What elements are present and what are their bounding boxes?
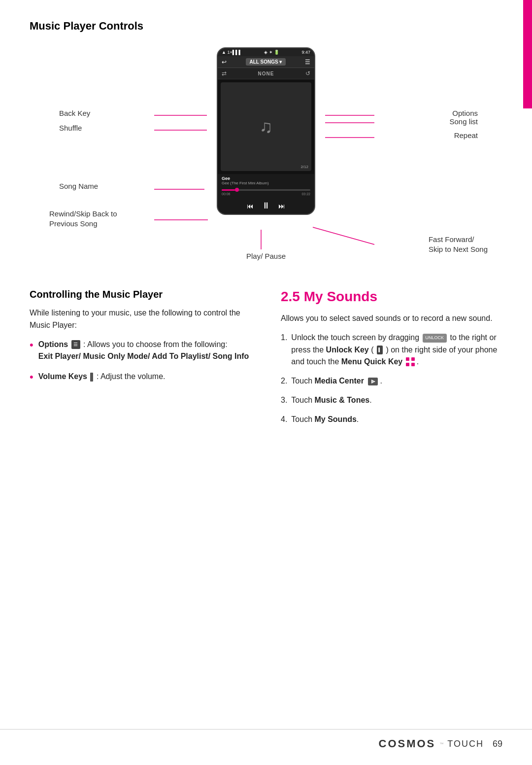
phone-time-end: 03:22 [301, 192, 310, 196]
label-rewind-line2: Previous Song [49, 219, 98, 228]
phone-controls: ⏮ ⏸ ⏭ [218, 198, 314, 214]
phone-progress: 00:06 03:22 [218, 187, 314, 198]
step-4-text: Touch My Sounds. [291, 414, 359, 426]
menu-dot-3 [406, 363, 409, 366]
options-icon: ☰ [71, 340, 80, 349]
svg-point-11 [372, 381, 374, 382]
phone-progress-bar [222, 189, 310, 191]
two-col-section: Controlling the Music Player While liste… [30, 289, 502, 433]
my-sounds-label: My Sounds [314, 415, 356, 423]
phone-repeat-icon: ↺ [305, 70, 310, 77]
media-center-icon [367, 376, 379, 387]
volume-text-after: : Adjust the volume. [97, 372, 166, 381]
unlock-key-icon: ▌ [377, 346, 383, 354]
phone-mockup: ▲ 1×▌▌▌ ◈ ✶ 🔋 9:47 ↩ ALL SONGS ▾ ☰ ⇄ NON… [217, 47, 315, 215]
phone-top-bar: ↩ ALL SONGS ▾ ☰ [218, 56, 314, 68]
phone-status-icons: ◈ ✶ 🔋 [264, 50, 279, 55]
options-text-before: : Allows you to choose from the followin… [83, 340, 228, 348]
label-song-name: Song Name [59, 182, 98, 190]
step-3-text: Touch Music & Tones. [291, 394, 371, 407]
step-2: 2. Touch Media Center . [281, 375, 502, 387]
phone-progress-fill [222, 189, 235, 191]
phone-title: ALL SONGS ▾ [246, 58, 286, 66]
my-sounds-intro: Allows you to select saved sounds or to … [281, 313, 502, 325]
phone-shuffle-icon: ⇄ [222, 70, 227, 77]
menu-dot-4 [411, 363, 415, 366]
unlock-btn-inline: UNLOCK [423, 334, 447, 343]
phone-song-info: Gee Gee (The First Mini Album) [218, 174, 314, 187]
step-1-text: Unlock the touch screen by dragging UNLO… [291, 332, 502, 368]
music-tones-label: Music & Tones [314, 396, 369, 404]
phone-song-album: Gee (The First Mini Album) [222, 181, 310, 185]
phone-play-btn: ⏸ [262, 201, 270, 211]
phone-options-icon: ☰ [305, 59, 310, 66]
phone-time-row: 00:06 03:22 [222, 192, 310, 196]
steps-list: 1. Unlock the touch screen by dragging U… [281, 332, 502, 426]
phone-progress-dot [235, 188, 239, 192]
label-rewind-line1: Rewind/Skip Back to [49, 209, 117, 218]
label-song-list: Song list [449, 117, 478, 126]
phone-album-art: ♫ 2/12 [221, 82, 311, 171]
phone-shuffle-bar: ⇄ NONE ↺ [218, 68, 314, 79]
label-rewind: Rewind/Skip Back to Previous Song [49, 209, 117, 228]
step-2-num: 2. [281, 375, 287, 387]
phone-rewind-btn: ⏮ [247, 202, 254, 210]
footer-brand: COSMOS ™ TOUCH 69 [379, 737, 503, 750]
phone-time-start: 00:06 [222, 192, 231, 196]
section-title: Music Player Controls [30, 20, 502, 33]
step-1: 1. Unlock the touch screen by dragging U… [281, 332, 502, 368]
unlock-key-label: Unlock Key [326, 346, 369, 354]
my-sounds-heading: 2.5 My Sounds [281, 289, 502, 305]
diagram-container: Back Key Shuffle Song Name Rewind/Skip B… [30, 42, 502, 269]
label-repeat: Repeat [454, 131, 478, 139]
phone-back-arrow: ↩ [222, 59, 227, 66]
brand-touch: TOUCH [447, 739, 484, 749]
step-2-text: Touch Media Center . [291, 375, 382, 387]
bullet-options-text: Options ☰ : Allows you to choose from th… [38, 339, 249, 363]
volume-icon [90, 373, 93, 382]
bullet-volume-text: Volume Keys : Adjust the volume. [38, 371, 166, 383]
phone-shuffle-label: NONE [258, 71, 274, 76]
options-bold-text: Exit Player/ Music Only Mode/ Add To Pla… [38, 352, 249, 360]
step-3-num: 3. [281, 394, 287, 407]
phone-fast-forward-btn: ⏭ [278, 202, 285, 210]
label-shuffle: Shuffle [59, 124, 82, 132]
label-fast-forward: Fast Forward/ Skip to Next Song [429, 235, 488, 254]
page-number: 69 [493, 739, 502, 749]
bullet-dot-2: • [30, 372, 33, 382]
brand-cosmos: COSMOS [379, 737, 436, 750]
menu-dot-1 [406, 357, 409, 361]
label-play-pause: Play/ Pause [246, 252, 286, 260]
col-right: 2.5 My Sounds Allows you to select saved… [281, 289, 502, 433]
controlling-title: Controlling the Music Player [30, 289, 251, 300]
phone-status-bar: ▲ 1×▌▌▌ ◈ ✶ 🔋 9:47 [218, 48, 314, 56]
bullet-dot-1: • [30, 340, 33, 350]
step-3: 3. Touch Music & Tones. [281, 394, 502, 407]
page-footer: COSMOS ™ TOUCH 69 [0, 729, 532, 750]
phone-track-counter: 2/12 [300, 165, 308, 169]
menu-dot-2 [411, 357, 415, 361]
phone-song-name: Gee [222, 176, 310, 181]
sidebar-accent [523, 0, 532, 108]
svg-line-7 [313, 227, 374, 244]
step-4: 4. Touch My Sounds. [281, 414, 502, 426]
menu-quick-key-label: Menu Quick Key [341, 357, 402, 366]
bullet-item-options: • Options ☰ : Allows you to choose from … [30, 339, 251, 363]
options-label: Options [38, 340, 70, 348]
controlling-intro: While listening to your music, use the f… [30, 307, 251, 332]
label-options: Options [452, 109, 478, 117]
volume-label: Volume Keys [38, 372, 90, 381]
music-note-icon: ♫ [260, 116, 273, 137]
phone-time: 9:47 [301, 50, 310, 55]
media-center-label: Media Center [314, 377, 364, 385]
bullet-item-volume: • Volume Keys : Adjust the volume. [30, 371, 251, 383]
col-left: Controlling the Music Player While liste… [30, 289, 251, 433]
phone-signal: ▲ 1×▌▌▌ [222, 50, 242, 55]
bullet-list: • Options ☰ : Allows you to choose from … [30, 339, 251, 383]
menu-key-icon [406, 357, 416, 367]
step-4-num: 4. [281, 414, 287, 426]
brand-tm: ™ [439, 742, 443, 746]
step-1-num: 1. [281, 332, 287, 368]
label-back-key: Back Key [59, 109, 90, 117]
phone-screen: ▲ 1×▌▌▌ ◈ ✶ 🔋 9:47 ↩ ALL SONGS ▾ ☰ ⇄ NON… [218, 48, 314, 214]
